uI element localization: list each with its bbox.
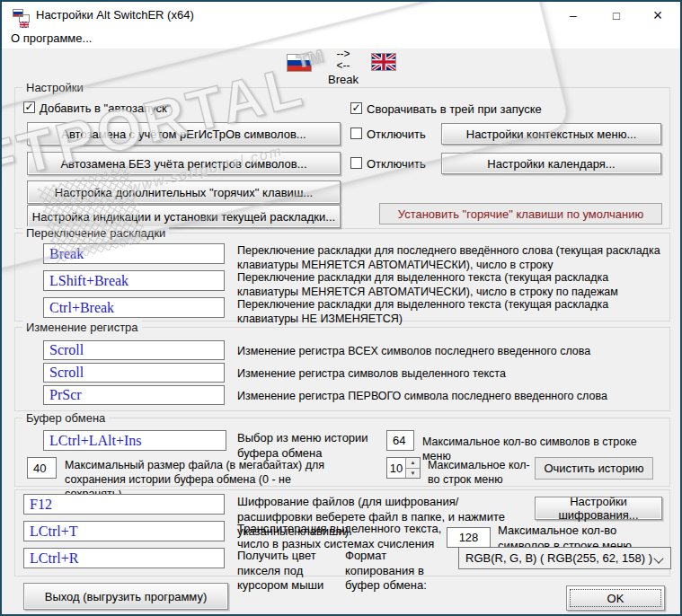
maximize-button[interactable]: □ <box>596 2 637 29</box>
layout-selection-keep-desc: Переключение раскладки для выделенного т… <box>237 297 663 326</box>
encrypt-settings-button[interactable]: Настройки шифрования... <box>535 497 662 520</box>
layout-selection-keep-hotkey-input[interactable]: Ctrl+Break <box>43 297 225 318</box>
extra-hotkeys-button[interactable]: Настройка дополнительных "горячих" клави… <box>27 180 341 204</box>
translit-hotkey-input[interactable]: LCtrl+T <box>23 521 225 541</box>
window-title: Настройки Alt SwitchER (x64) <box>36 8 194 22</box>
menubar: О программе... <box>2 29 680 48</box>
uk-flag-icon <box>371 53 396 71</box>
pixel-color-label: Получить цвет пикселя под курсором мыши <box>237 549 341 594</box>
close-button[interactable]: × <box>637 2 678 29</box>
translit-max-input[interactable]: 128 <box>447 527 491 548</box>
default-hotkeys-button[interactable]: Установить "горячие" клавиши по умолчани… <box>379 203 662 224</box>
clear-history-button[interactable]: Очистить историю <box>535 457 653 480</box>
case-selection-hotkey-input[interactable]: Scroll <box>43 363 225 383</box>
context-menus-button[interactable]: Настройки контекстных меню... <box>441 123 661 145</box>
pixel-color-hotkey-input[interactable]: LCtrl+R <box>23 548 225 568</box>
tray-label: Сворачивать в трей при запуске <box>367 102 542 116</box>
uk-flag-mini-icon <box>19 14 30 22</box>
stepper-down-icon[interactable]: ▼ <box>406 468 420 479</box>
copy-format-label: Формат копирования в буфер обмена: <box>345 549 458 594</box>
case-first-char-hotkey-input[interactable]: PrScr <box>43 385 225 405</box>
indication-settings-button[interactable]: Настройка индикации и установки текущей … <box>27 205 341 228</box>
layout-selection-auto-desc: Переключение раскладки для выделенного т… <box>237 270 663 299</box>
arrow-to-russian: <-- <box>318 60 368 72</box>
stepper-up-icon[interactable]: ▲ <box>406 458 420 468</box>
copy-format-value: RGB(R, G, B) ( RGB(255, 62, 158) ) <box>465 551 652 565</box>
max-chars-input[interactable]: 64 <box>386 430 414 451</box>
layout-last-word-hotkey-input[interactable]: Break <box>43 243 225 264</box>
copy-format-select[interactable]: RGB(R, G, B) ( RGB(255, 62, 158) ) <box>458 547 671 569</box>
encrypt-hotkey-input[interactable]: F12 <box>23 494 225 515</box>
autostart-label: Добавить в "автозапуск" <box>40 101 171 115</box>
clipboard-history-label: Выбор из меню истории буфера обмена <box>237 431 379 461</box>
stepper-buttons: ▲ ▼ <box>405 458 420 478</box>
exit-button[interactable]: Выход (выгрузить программу) <box>23 583 228 610</box>
menu-about[interactable]: О программе... <box>11 31 92 45</box>
group-clipboard-title: Буфер обмена <box>22 411 109 425</box>
tray-checkbox[interactable] <box>350 102 362 114</box>
autoreplace-nocase-button[interactable]: Автозамена БЕЗ учёта регистров символов.… <box>27 152 341 175</box>
disable-autoreplace-nocase-checkbox[interactable] <box>350 157 362 169</box>
group-case-change-title: Изменение регистра <box>22 321 142 334</box>
calendar-settings-button[interactable]: Настройки календаря... <box>441 153 661 174</box>
russian-flag-icon <box>287 54 312 72</box>
max-file-size-input[interactable]: 40 <box>27 457 57 479</box>
minimize-button[interactable]: – <box>553 2 594 29</box>
group-layout-switch-title: Переключение раскладки <box>22 226 169 240</box>
chevron-down-icon <box>653 553 663 563</box>
case-first-char-desc: Изменение регистра ПЕРВОГО символа после… <box>237 389 663 403</box>
case-selection-desc: Изменение регистра символов выделенного … <box>237 366 663 381</box>
switch-key-label: Break <box>318 73 368 86</box>
settings-window: Настройки Alt SwitchER (x64) – □ × О про… <box>0 0 682 616</box>
autostart-checkbox[interactable] <box>23 101 35 113</box>
translit-label: Транслитерация выделенного текста, число… <box>237 522 442 551</box>
layout-selection-auto-hotkey-input[interactable]: LShift+Break <box>43 270 225 291</box>
case-all-chars-hotkey-input[interactable]: Scroll <box>43 340 225 360</box>
max-rows-label: Максимальное кол-во строк меню <box>428 458 532 487</box>
clipboard-history-hotkey-input[interactable]: LCtrl+LAlt+Ins <box>43 430 226 451</box>
disable-autoreplace-nocase-label: Отключить <box>367 157 426 171</box>
case-all-chars-desc: Изменение регистра ВСЕХ символов последн… <box>237 344 663 358</box>
layout-last-word-desc: Переключение раскладки для последнего вв… <box>237 243 663 272</box>
disable-autoreplace-case-checkbox[interactable] <box>350 128 362 139</box>
switch-arrows: --> <-- <box>318 48 368 72</box>
max-rows-value: 10 <box>387 458 405 478</box>
autoreplace-case-button[interactable]: Автозамена с учётом рЕгИсТрОв символов..… <box>27 122 341 145</box>
ok-button[interactable]: OK <box>566 585 665 611</box>
disable-autoreplace-case-label: Отключить <box>367 128 426 141</box>
app-flags-icon <box>13 9 30 22</box>
group-settings-title: Настройки <box>22 81 87 94</box>
max-rows-stepper[interactable]: 10 ▲ ▼ <box>386 457 421 479</box>
titlebar: Настройки Alt SwitchER (x64) – □ × <box>2 2 680 29</box>
